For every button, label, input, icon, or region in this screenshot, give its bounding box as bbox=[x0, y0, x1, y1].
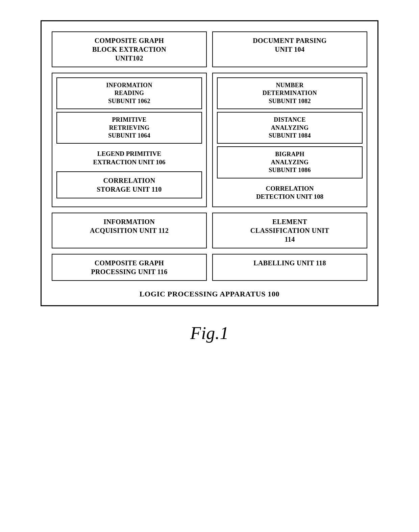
box-bigraph-analyzing: BIGRAPH ANALYZING SUBUNIT 1086 bbox=[217, 146, 363, 178]
label-distance-analyzing: DISTANCE ANALYZING SUBUNIT 1084 bbox=[269, 116, 311, 139]
middle-section: INFORMATION READING SUBUNIT 1062 PRIMITI… bbox=[52, 73, 367, 207]
diagram-outer-box: COMPOSITE GRAPH BLOCK EXTRACTION UNIT102… bbox=[41, 20, 378, 306]
row-top: COMPOSITE GRAPH BLOCK EXTRACTION UNIT102… bbox=[52, 31, 367, 67]
box-primitive-retrieving: PRIMITIVE RETRIEVING SUBUNIT 1064 bbox=[56, 112, 202, 144]
page-container: COMPOSITE GRAPH BLOCK EXTRACTION UNIT102… bbox=[0, 0, 419, 532]
label-fig1: Fig.1 bbox=[190, 323, 229, 343]
left-group-legend-primitive: INFORMATION READING SUBUNIT 1062 PRIMITI… bbox=[52, 73, 207, 207]
label-legend-primitive-extraction: LEGEND PRIMITIVE EXTRACTION UNIT 106 bbox=[56, 148, 202, 168]
label-correlation-storage: CORRELATION STORAGE UNIT 110 bbox=[97, 177, 162, 193]
box-information-reading: INFORMATION READING SUBUNIT 1062 bbox=[56, 77, 202, 109]
box-document-parsing: DOCUMENT PARSING UNIT 104 bbox=[212, 31, 367, 67]
label-information-reading: INFORMATION READING SUBUNIT 1062 bbox=[106, 82, 152, 104]
box-information-acquisition: INFORMATION ACQUISITION UNIT 112 bbox=[52, 213, 207, 248]
right-group-correlation-detection: NUMBER DETERMINATION SUBUNIT 1082 DISTAN… bbox=[212, 73, 367, 207]
label-composite-graph-processing: COMPOSITE GRAPH PROCESSING UNIT 116 bbox=[91, 259, 167, 275]
label-primitive-retrieving: PRIMITIVE RETRIEVING SUBUNIT 1064 bbox=[108, 116, 150, 139]
label-correlation-detection: CORRELATION DETECTION UNIT 108 bbox=[217, 183, 363, 202]
label-labelling-unit: LABELLING UNIT 118 bbox=[253, 259, 326, 267]
box-number-determination: NUMBER DETERMINATION SUBUNIT 1082 bbox=[217, 77, 363, 109]
label-information-acquisition: INFORMATION ACQUISITION UNIT 112 bbox=[90, 218, 169, 234]
fig-label: Fig.1 bbox=[190, 323, 229, 343]
box-composite-graph-block-extraction: COMPOSITE GRAPH BLOCK EXTRACTION UNIT102 bbox=[52, 31, 207, 67]
diagram-footer-label: LOGIC PROCESSING APPARATUS 100 bbox=[52, 288, 367, 298]
label-logic-processing-apparatus: LOGIC PROCESSING APPARATUS 100 bbox=[140, 290, 279, 298]
box-composite-graph-processing: COMPOSITE GRAPH PROCESSING UNIT 116 bbox=[52, 254, 207, 281]
box-element-classification: ELEMENT CLASSIFICATION UNIT 114 bbox=[212, 213, 367, 248]
box-distance-analyzing: DISTANCE ANALYZING SUBUNIT 1084 bbox=[217, 112, 363, 144]
label-document-parsing: DOCUMENT PARSING UNIT 104 bbox=[253, 37, 326, 53]
label-element-classification: ELEMENT CLASSIFICATION UNIT 114 bbox=[250, 218, 329, 243]
box-labelling-unit: LABELLING UNIT 118 bbox=[212, 254, 367, 281]
box-correlation-storage: CORRELATION STORAGE UNIT 110 bbox=[56, 171, 202, 198]
label-bigraph-analyzing: BIGRAPH ANALYZING SUBUNIT 1086 bbox=[269, 151, 311, 173]
row-mid: INFORMATION ACQUISITION UNIT 112 ELEMENT… bbox=[52, 213, 367, 248]
row-bot: COMPOSITE GRAPH PROCESSING UNIT 116 LABE… bbox=[52, 254, 367, 281]
label-number-determination: NUMBER DETERMINATION SUBUNIT 1082 bbox=[263, 82, 317, 104]
label-composite-graph-block-extraction: COMPOSITE GRAPH BLOCK EXTRACTION UNIT102 bbox=[92, 37, 166, 62]
